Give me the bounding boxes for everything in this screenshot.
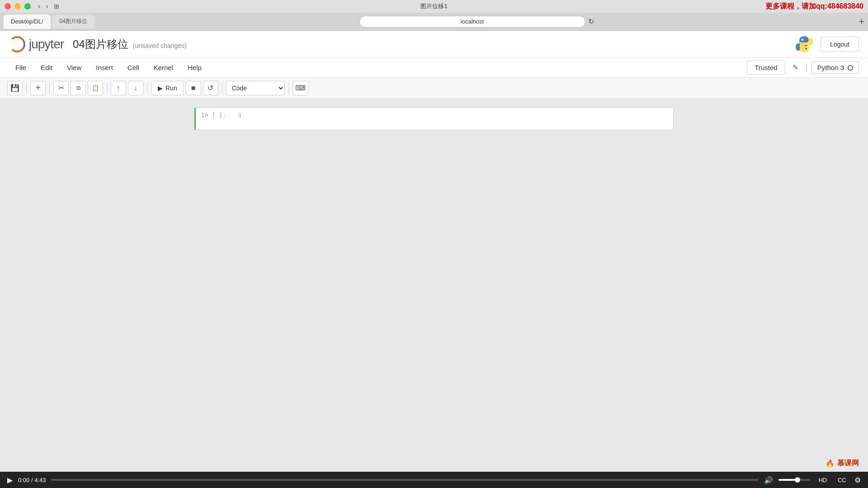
header-right: Logout xyxy=(795,35,859,53)
cell-container: In [ ]: 1 xyxy=(185,108,683,130)
toolbar: 💾 + ✂ ⧉ 📋 ↑ ↓ ▶ Run ■ ↺ Code Markdown Ra… xyxy=(0,78,868,99)
paste-icon: 📋 xyxy=(92,84,99,91)
add-cell-button[interactable]: + xyxy=(30,81,46,95)
toolbar-separator-6 xyxy=(288,83,289,94)
save-icon: 💾 xyxy=(10,84,19,92)
menu-help[interactable]: Help xyxy=(181,60,208,75)
toolbar-separator-1 xyxy=(26,83,27,94)
move-down-icon: ↓ xyxy=(134,84,137,92)
kernel-name-label: Python 3 xyxy=(817,64,844,71)
trusted-button[interactable]: Trusted xyxy=(747,61,785,75)
copy-icon: ⧉ xyxy=(76,84,80,92)
save-button[interactable]: 💾 xyxy=(7,81,23,95)
run-button[interactable]: ▶ Run xyxy=(151,81,184,95)
copy-button[interactable]: ⧉ xyxy=(71,81,86,95)
menu-kernel[interactable]: Kernel xyxy=(147,60,179,75)
toolbar-separator-5 xyxy=(222,83,222,94)
volume-icon: 🔊 xyxy=(764,476,773,484)
restart-button[interactable]: ↺ xyxy=(203,81,218,95)
minimize-button[interactable] xyxy=(14,3,21,9)
cut-icon: ✂ xyxy=(58,84,64,92)
hd-button[interactable]: HD xyxy=(816,476,830,484)
kernel-info: Python 3 xyxy=(811,61,859,74)
menu-bar: File Edit View Insert Cell Kernel Help T… xyxy=(0,58,868,78)
browser-tab-1[interactable]: Desktop/DL/ xyxy=(4,14,51,29)
play-button[interactable]: ▶ xyxy=(7,476,13,484)
cell-label: In [ ]: xyxy=(196,108,236,130)
sidebar-toggle-button[interactable]: ⊞ xyxy=(54,3,59,10)
line-number: 1 xyxy=(238,112,245,118)
volume-button[interactable]: 🔊 xyxy=(764,476,773,484)
back-button[interactable]: ‹ xyxy=(36,2,42,10)
cell-prompt: In [ ]: xyxy=(201,112,226,118)
stop-icon: ■ xyxy=(191,84,196,92)
window-title: 图片位移1 xyxy=(420,2,447,10)
main-content: In [ ]: 1 xyxy=(0,99,868,472)
url-bar[interactable]: localhost xyxy=(359,16,585,28)
cell-code-input[interactable] xyxy=(249,112,671,126)
menu-insert[interactable]: Insert xyxy=(90,60,119,75)
logout-button[interactable]: Logout xyxy=(821,37,859,52)
volume-bar[interactable] xyxy=(778,479,810,481)
cell-type-select[interactable]: Code Markdown Raw NBConvert Heading xyxy=(226,81,285,95)
forward-button[interactable]: › xyxy=(44,2,50,10)
menu-edit[interactable]: Edit xyxy=(34,60,59,75)
jupyter-spinner-icon xyxy=(9,36,25,52)
add-icon: + xyxy=(35,83,41,93)
svg-point-1 xyxy=(805,48,807,50)
unsaved-badge: (unsaved changes) xyxy=(133,42,187,49)
watermark: 🔥 慕课网 xyxy=(826,459,859,468)
close-button[interactable] xyxy=(5,3,11,9)
python-logo-icon xyxy=(795,35,813,53)
keyboard-shortcut-button[interactable]: ⌨ xyxy=(292,81,309,95)
notebook-title-area: 04图片移位 (unsaved changes) xyxy=(73,37,187,52)
jupyter-header: jupyter 04图片移位 (unsaved changes) Logout xyxy=(0,31,868,58)
menu-cell[interactable]: Cell xyxy=(121,60,146,75)
run-label: Run xyxy=(165,84,177,92)
run-icon: ▶ xyxy=(158,84,163,92)
menu-right: Trusted ✎ | Python 3 xyxy=(747,61,859,75)
notebook-title[interactable]: 04图片移位 xyxy=(73,37,128,52)
restart-icon: ↺ xyxy=(208,84,213,92)
cut-button[interactable]: ✂ xyxy=(53,81,69,95)
move-up-button[interactable]: ↑ xyxy=(111,81,126,95)
toolbar-separator-3 xyxy=(107,83,107,94)
edit-icon-button[interactable]: ✎ xyxy=(789,61,802,74)
video-controls-bar: ▶ 0:00 / 4:43 🔊 HD CC ⚙ xyxy=(0,472,868,488)
move-up-icon: ↑ xyxy=(117,84,120,92)
cc-button[interactable]: CC xyxy=(835,476,849,484)
maximize-button[interactable] xyxy=(24,3,31,9)
play-icon: ▶ xyxy=(7,476,13,484)
title-bar: ‹ › ⊞ 图片位移1 更多课程，请加qq:484683840 xyxy=(0,0,868,13)
promo-text: 更多课程，请加qq:484683840 xyxy=(765,2,863,11)
stop-button[interactable]: ■ xyxy=(186,81,201,95)
move-down-button[interactable]: ↓ xyxy=(128,81,143,95)
notebook-cell-1: In [ ]: 1 xyxy=(194,108,674,130)
browser-tab-2[interactable]: 04图片移位 xyxy=(52,15,94,28)
refresh-button[interactable]: ↻ xyxy=(588,17,594,26)
menu-file[interactable]: File xyxy=(9,60,33,75)
jupyter-wordmark: jupyter xyxy=(29,37,64,52)
keyboard-icon: ⌨ xyxy=(295,84,306,92)
time-display: 0:00 / 4:43 xyxy=(18,477,46,483)
url-bar-container: localhost ↻ xyxy=(94,16,859,28)
menu-view[interactable]: View xyxy=(61,60,88,75)
kernel-status-icon xyxy=(848,65,853,70)
paste-button[interactable]: 📋 xyxy=(88,81,103,95)
new-tab-button[interactable]: + xyxy=(859,16,864,28)
svg-point-0 xyxy=(802,39,803,41)
jupyter-logo: jupyter xyxy=(9,36,64,52)
volume-knob xyxy=(795,477,800,483)
progress-bar[interactable] xyxy=(51,479,759,481)
settings-button[interactable]: ⚙ xyxy=(854,476,861,484)
traffic-lights xyxy=(5,3,31,9)
toolbar-separator-2 xyxy=(49,83,50,94)
browser-bar: Desktop/DL/ 04图片移位 localhost ↻ + xyxy=(0,13,868,31)
toolbar-separator-4 xyxy=(147,83,147,94)
